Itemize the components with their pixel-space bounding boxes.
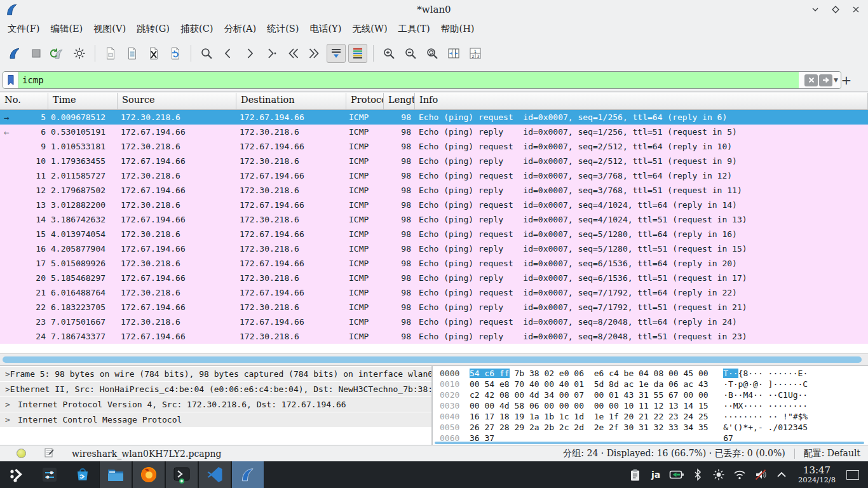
volume-muted-icon[interactable] [752, 466, 769, 483]
column-header-no[interactable]: No. [0, 93, 48, 109]
taskbar-app-vscode[interactable] [198, 461, 231, 488]
menu-item-3[interactable]: 跳转(G) [132, 20, 175, 37]
packet-row-20[interactable]: 205.185468297172.67.194.66172.30.218.6IC… [0, 271, 868, 285]
column-header-source[interactable]: Source [118, 93, 236, 109]
packet-list-hscrollbar[interactable] [0, 353, 868, 365]
restart-capture-icon[interactable] [48, 44, 67, 63]
apply-arrow-icon[interactable] [819, 74, 832, 86]
clipboard-icon[interactable] [627, 466, 643, 483]
save-file-icon[interactable] [123, 44, 142, 63]
bookmark-icon[interactable] [3, 72, 18, 88]
column-header-destination[interactable]: Destination [236, 93, 346, 109]
add-filter-button[interactable]: + [839, 71, 854, 89]
menu-item-10[interactable]: 帮助(H) [436, 20, 480, 37]
taskbar-clock[interactable]: 13:47 2024/12/8 [798, 466, 836, 484]
menu-item-8[interactable]: 无线(W) [347, 20, 392, 37]
layout-123-icon[interactable]: 123 [466, 44, 485, 63]
capture-options-icon[interactable] [70, 44, 89, 63]
detail-line-1[interactable]: >Ethernet II, Src: HonHaiPrecis_c4:be:04… [0, 382, 431, 396]
start-capture-icon[interactable] [5, 44, 24, 63]
caret-down-icon[interactable]: ▼ [834, 77, 838, 83]
close-button[interactable] [849, 3, 863, 17]
packet-row-16[interactable]: 164.205877904172.67.194.66172.30.218.6IC… [0, 241, 868, 256]
expand-arrow-icon[interactable]: > [5, 415, 18, 424]
app-launcher-icon[interactable] [0, 461, 33, 488]
packet-row-9[interactable]: 91.010533181172.30.218.6172.67.194.66ICM… [0, 139, 868, 154]
go-first-icon[interactable] [283, 44, 302, 63]
menu-item-7[interactable]: 电话(Y) [304, 20, 346, 37]
zoom-out-icon[interactable] [401, 44, 420, 63]
packet-row-13[interactable]: 133.012882200172.30.218.6172.67.194.66IC… [0, 198, 868, 212]
zoom-reset-icon[interactable] [423, 44, 442, 63]
expand-arrow-icon[interactable]: > [5, 384, 10, 394]
go-previous-icon[interactable] [219, 44, 238, 63]
packet-row-12[interactable]: 122.179687502172.67.194.66172.30.218.6IC… [0, 183, 868, 198]
resize-columns-icon[interactable] [444, 44, 463, 63]
packet-row-24[interactable]: 247.186743377172.67.194.66172.30.218.6IC… [0, 329, 868, 344]
discover-icon[interactable] [66, 461, 99, 488]
auto-scroll-icon[interactable] [327, 44, 346, 63]
column-header-protocol[interactable]: Protocol [346, 93, 384, 109]
hex-row-0010[interactable]: 0010 00 54 e8 70 40 00 40 01 5d 8d ac 1e… [440, 379, 868, 390]
clear-icon[interactable] [804, 74, 818, 86]
expand-arrow-icon[interactable]: > [5, 400, 18, 409]
packet-row-6[interactable]: 60.530105191172.67.194.66172.30.218.6ICM… [0, 125, 868, 139]
bluetooth-icon[interactable] [689, 466, 706, 483]
packet-row-5[interactable]: 50.009678512172.30.218.6172.67.194.66ICM… [0, 110, 868, 125]
expand-arrow-icon[interactable]: > [5, 369, 10, 379]
detail-line-2[interactable]: >Internet Protocol Version 4, Src: 172.3… [0, 397, 431, 412]
battery-icon[interactable] [668, 466, 685, 483]
taskbar-app-wireshark[interactable] [231, 461, 264, 488]
filter-text[interactable]: icmp [18, 72, 799, 88]
packet-row-22[interactable]: 226.183223705172.67.194.66172.30.218.6IC… [0, 300, 868, 315]
packet-row-14[interactable]: 143.186742632172.67.194.66172.30.218.6IC… [0, 212, 868, 227]
expand-tray-icon[interactable] [773, 466, 790, 483]
column-header-length[interactable]: Length [384, 93, 415, 109]
taskbar-app-konsole[interactable] [165, 461, 198, 488]
open-file-icon[interactable] [101, 44, 120, 63]
capture-comment-icon[interactable] [44, 447, 54, 459]
hex-row-0000[interactable]: 0000 54 c6 ff 7b 38 02 e0 06 e6 c4 be 04… [440, 368, 868, 379]
go-to-packet-icon[interactable] [262, 44, 281, 63]
input-method-ja[interactable]: ja [648, 466, 664, 483]
maximize-button[interactable] [829, 3, 843, 17]
packet-row-15[interactable]: 154.013974054172.30.218.6172.67.194.66IC… [0, 227, 868, 241]
expert-info-icon[interactable] [17, 449, 26, 458]
find-packet-icon[interactable] [197, 44, 216, 63]
menu-item-4[interactable]: 捕获(C) [175, 20, 218, 37]
packet-detail-pane[interactable]: >Frame 5: 98 bytes on wire (784 bits), 9… [0, 366, 433, 445]
menu-item-5[interactable]: 分析(A) [219, 20, 261, 37]
detail-line-3[interactable]: >Internet Control Message Protocol [0, 412, 431, 427]
hex-row-0050[interactable]: 0050 26 27 28 29 2a 2b 2c 2d 2e 2f 30 31… [440, 422, 868, 433]
wifi-icon[interactable] [731, 466, 748, 483]
hex-row-0020[interactable]: 0020 c2 42 08 00 4d 34 00 07 00 01 43 31… [440, 390, 868, 400]
profile-label[interactable]: 配置: Default [804, 448, 860, 459]
hex-dump-pane[interactable]: 0000 54 c6 ff 7b 38 02 e0 06 e6 c4 be 04… [434, 366, 868, 445]
show-desktop-button[interactable] [846, 470, 859, 480]
hex-row-0040[interactable]: 0040 16 17 18 19 1a 1b 1c 1d 1e 1f 20 21… [440, 411, 868, 422]
menu-item-9[interactable]: 工具(T) [393, 20, 435, 37]
column-header-info[interactable]: Info [415, 93, 868, 109]
menu-item-6[interactable]: 统计(S) [262, 20, 304, 37]
packet-row-10[interactable]: 101.179363455172.67.194.66172.30.218.6IC… [0, 154, 868, 168]
go-next-icon[interactable] [240, 44, 259, 63]
reload-file-icon[interactable] [166, 44, 185, 63]
column-header-time[interactable]: Time [48, 93, 118, 109]
close-file-icon[interactable] [144, 44, 163, 63]
brightness-icon[interactable] [710, 466, 727, 483]
titlebar[interactable]: *wlan0 [0, 0, 868, 19]
minimize-button[interactable] [808, 3, 822, 17]
menu-item-0[interactable]: 文件(F) [3, 20, 44, 37]
taskbar-app-file-manager[interactable] [99, 461, 132, 488]
menu-item-2[interactable]: 视图(V) [88, 20, 131, 37]
system-settings-icon[interactable] [33, 461, 66, 488]
detail-line-0[interactable]: >Frame 5: 98 bytes on wire (784 bits), 9… [0, 367, 431, 381]
colorize-icon[interactable] [348, 44, 367, 63]
hex-row-0030[interactable]: 0030 00 00 4d 58 06 00 00 00 00 00 10 11… [440, 400, 868, 411]
menu-item-1[interactable]: 编辑(E) [45, 20, 88, 37]
scrollbar-handle[interactable] [3, 356, 862, 363]
capture-filename[interactable]: wireshark_wlan0KH7LY2.pcapng [72, 449, 222, 459]
stop-capture-icon[interactable] [27, 44, 46, 63]
packet-row-21[interactable]: 216.016488764172.30.218.6172.67.194.66IC… [0, 285, 868, 300]
go-last-icon[interactable] [305, 44, 324, 63]
